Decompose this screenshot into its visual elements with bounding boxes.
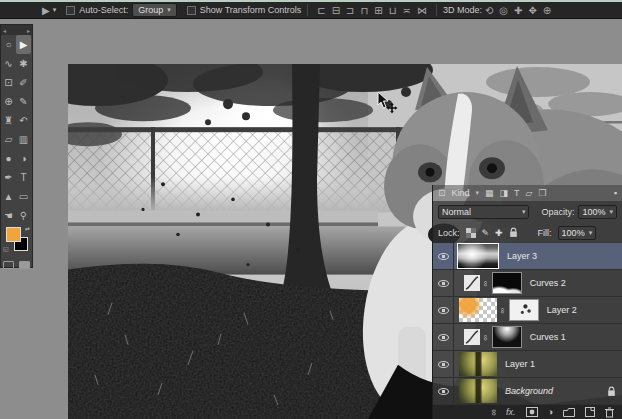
pen-tool[interactable]: ✒ <box>1 168 16 187</box>
distribute-widths-icon[interactable]: ⋈ <box>417 5 427 16</box>
3d-slide-icon[interactable]: ✥ <box>528 5 536 16</box>
visibility-toggle[interactable] <box>433 378 454 404</box>
3d-rotate-icon[interactable]: ⟲ <box>485 5 493 16</box>
rectangle-tool[interactable]: ▭ <box>16 187 31 206</box>
align-top-edges-icon[interactable]: ⊓ <box>361 5 369 16</box>
opacity-value: 100% <box>582 207 605 217</box>
align-v-centers-icon[interactable]: ⊞ <box>374 5 382 16</box>
blend-mode-select[interactable]: Normal ▾ <box>438 205 529 219</box>
new-layer-icon[interactable] <box>585 407 595 417</box>
filter-type-layers-icon[interactable]: T <box>514 188 520 198</box>
align-h-centers-icon[interactable]: ⊟ <box>332 5 340 16</box>
layer-row-curves-2[interactable]: ∞ Curves 2 <box>433 270 622 297</box>
zoom-tool[interactable]: ⚲ <box>16 206 31 225</box>
lock-position-icon[interactable]: ✚ <box>495 228 503 238</box>
3d-drag-icon[interactable]: ✚ <box>514 5 522 16</box>
layer-row-layer-2[interactable]: ∞ Layer 2 <box>433 297 622 324</box>
filter-shape-layers-icon[interactable]: ▱ <box>526 188 533 198</box>
tool-preset-caret-icon[interactable]: ▾ <box>53 6 57 14</box>
layer-row-background[interactable]: Background <box>433 378 622 405</box>
layer-thumbnail[interactable] <box>457 243 499 269</box>
lock-transparency-icon[interactable] <box>466 228 476 238</box>
layer-style-fx-icon[interactable]: fx. <box>506 408 516 417</box>
eye-icon <box>438 307 449 314</box>
layer-name[interactable]: Layer 3 <box>507 251 537 261</box>
layer-mask-thumbnail[interactable] <box>509 299 539 321</box>
quick-selection-tool[interactable]: ✱ <box>16 54 31 73</box>
align-bottom-edges-icon[interactable]: ⊔ <box>389 5 397 16</box>
lock-all-icon[interactable] <box>509 227 518 238</box>
show-transform-checkbox[interactable] <box>187 6 196 15</box>
mask-link-icon[interactable]: ∞ <box>498 307 507 313</box>
default-colors-icon[interactable]: ◱ <box>3 245 9 252</box>
mask-link-icon[interactable]: ∞ <box>481 334 490 340</box>
filter-smart-objects-icon[interactable]: ❐ <box>539 188 547 198</box>
layer-name[interactable]: Curves 1 <box>530 332 566 342</box>
chevron-down-icon: ▾ <box>609 208 613 216</box>
crop-tool[interactable]: ⊡ <box>1 73 16 92</box>
elliptical-marquee-tool[interactable]: ○ <box>1 35 16 54</box>
visibility-toggle[interactable] <box>433 243 454 269</box>
clone-stamp-tool[interactable]: ♜ <box>1 111 16 130</box>
layer-thumbnail[interactable] <box>459 379 497 403</box>
layer-row-curves-1[interactable]: ∞ Curves 1 <box>433 324 622 351</box>
layer-mask-thumbnail[interactable] <box>492 326 522 348</box>
dodge-tool[interactable]: ◑ <box>16 149 31 168</box>
lock-label: Lock: <box>438 228 460 238</box>
visibility-toggle[interactable] <box>433 270 454 296</box>
layer-name[interactable]: Layer 1 <box>505 359 535 369</box>
brush-tool[interactable]: ✎ <box>16 92 31 111</box>
fill-input[interactable]: 100% ▾ <box>558 226 597 240</box>
3d-roll-icon[interactable]: ◎ <box>499 5 508 16</box>
visibility-toggle[interactable] <box>433 324 454 350</box>
foreground-color-swatch[interactable] <box>6 227 21 242</box>
filter-type-icon[interactable]: ⊡ <box>438 188 446 198</box>
hand-tool[interactable]: ☚ <box>1 206 16 225</box>
filter-toggle-icon[interactable]: ▪ <box>614 188 617 198</box>
move-tool[interactable]: ▶ <box>16 35 31 54</box>
layer-thumbnail[interactable] <box>459 352 497 376</box>
layer-row-layer-1[interactable]: Layer 1 <box>433 351 622 378</box>
path-selection-tool[interactable]: ▲ <box>1 187 16 206</box>
type-tool[interactable]: T <box>16 168 31 187</box>
chevron-down-icon[interactable]: ▾ <box>476 189 480 197</box>
tools-panel-header[interactable]: ◂▸ <box>1 25 32 35</box>
gradient-tool[interactable]: ▥ <box>16 130 31 149</box>
layer-name[interactable]: Curves 2 <box>530 278 566 288</box>
curves-adjustment-icon[interactable] <box>464 275 480 291</box>
layer-name[interactable]: Background <box>505 386 553 396</box>
healing-brush-tool[interactable]: ⊕ <box>1 92 16 111</box>
3d-scale-icon[interactable]: ⊕ <box>543 5 551 16</box>
distribute-icon[interactable]: ≍ <box>403 5 411 16</box>
curves-adjustment-icon[interactable] <box>464 329 480 345</box>
new-group-icon[interactable] <box>563 408 575 417</box>
mask-link-icon[interactable]: ∞ <box>481 280 490 286</box>
add-layer-mask-icon[interactable] <box>526 407 538 417</box>
eraser-tool[interactable]: ▱ <box>1 130 16 149</box>
auto-select-label: Auto-Select: <box>79 5 128 15</box>
filter-adjustment-layers-icon[interactable]: ◨ <box>500 188 509 198</box>
quick-mask-button[interactable] <box>3 261 14 269</box>
screen-mode-button[interactable] <box>19 261 30 269</box>
visibility-toggle[interactable] <box>433 351 454 377</box>
layer-mask-thumbnail[interactable] <box>492 272 522 294</box>
visibility-toggle[interactable] <box>433 297 454 323</box>
layer-thumbnail[interactable] <box>459 298 497 322</box>
blur-tool[interactable]: ● <box>1 149 16 168</box>
align-right-edges-icon[interactable]: ⊐ <box>346 5 354 16</box>
layer-name[interactable]: Layer 2 <box>547 305 577 315</box>
lock-pixels-icon[interactable]: ✎ <box>482 228 490 238</box>
lasso-tool[interactable]: ∿ <box>1 54 16 73</box>
history-brush-tool[interactable]: ↶ <box>16 111 31 130</box>
new-adjustment-layer-icon[interactable]: ◑ <box>548 408 553 417</box>
delete-layer-icon[interactable] <box>605 407 614 418</box>
eyedropper-tool[interactable]: ✐ <box>16 73 31 92</box>
auto-select-checkbox[interactable] <box>66 6 75 15</box>
auto-select-target-dropdown[interactable]: Group ▾ <box>132 3 177 17</box>
filter-pixel-layers-icon[interactable]: ▦ <box>485 188 494 198</box>
swap-colors-icon[interactable]: ⇄ <box>25 225 30 232</box>
align-left-edges-icon[interactable]: ⊏ <box>317 5 325 16</box>
link-layers-icon[interactable]: ∞ <box>488 409 497 415</box>
opacity-input[interactable]: 100% ▾ <box>578 205 617 219</box>
layer-row-layer-3[interactable]: Layer 3 <box>433 243 622 270</box>
